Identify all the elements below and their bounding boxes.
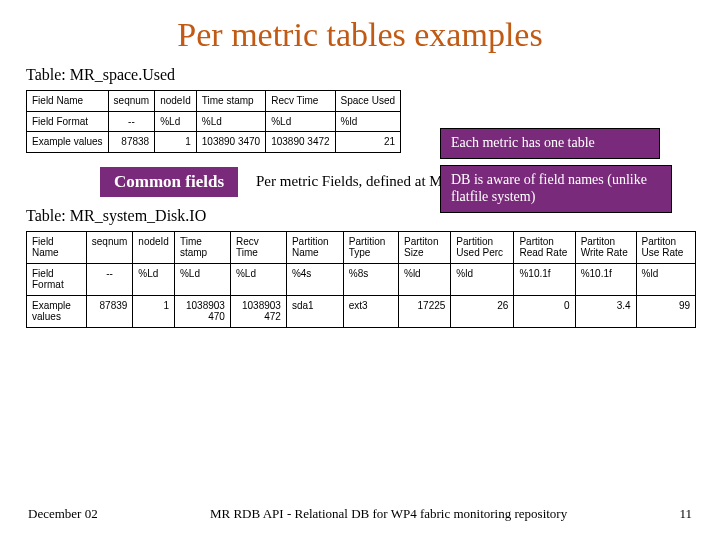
cell: Field Format [27, 111, 109, 132]
cell: %4s [286, 263, 343, 295]
cell: Recv Time [230, 231, 286, 263]
callout-db-aware: DB is aware of field names (unlike flatf… [440, 165, 672, 213]
cell: Partition Used Perc [451, 231, 514, 263]
table2: Field Name seqnum nodeId Time stamp Recv… [26, 231, 696, 328]
cell: 1 [133, 295, 175, 327]
cell: 1038903 472 [230, 295, 286, 327]
cell: 26 [451, 295, 514, 327]
cell: %Ld [196, 111, 265, 132]
cell: nodeId [155, 91, 197, 112]
cell: Field Name [27, 231, 87, 263]
cell: %ld [398, 263, 450, 295]
table-row: Field Format -- %Ld %Ld %Ld %ld [27, 111, 401, 132]
cell: %8s [343, 263, 398, 295]
cell: Example values [27, 295, 87, 327]
cell: %Ld [133, 263, 175, 295]
common-fields-badge: Common fields [100, 167, 238, 197]
cell: 1 [155, 132, 197, 153]
cell: Partition Name [286, 231, 343, 263]
cell: %Ld [266, 111, 335, 132]
cell: sda1 [286, 295, 343, 327]
cell: %Ld [155, 111, 197, 132]
cell: %Ld [230, 263, 286, 295]
cell: Space Used [335, 91, 400, 112]
table-row: Example values 87839 1 1038903 470 10389… [27, 295, 696, 327]
cell: -- [86, 263, 133, 295]
cell: Field Format [27, 263, 87, 295]
cell: 3.4 [575, 295, 636, 327]
cell: 17225 [398, 295, 450, 327]
table-row: Field Format -- %Ld %Ld %Ld %4s %8s %ld … [27, 263, 696, 295]
footer-title: MR RDB API - Relational DB for WP4 fabri… [210, 506, 567, 522]
cell: %ld [636, 263, 695, 295]
cell: seqnum [86, 231, 133, 263]
cell: Partition Type [343, 231, 398, 263]
cell: %10.1f [514, 263, 575, 295]
callout-one-table: Each metric has one table [440, 128, 660, 159]
cell: Example values [27, 132, 109, 153]
cell: Time stamp [196, 91, 265, 112]
footer-date: December 02 [28, 506, 98, 522]
cell: %ld [335, 111, 400, 132]
slide: Per metric tables examples Table: MR_spa… [0, 0, 720, 328]
cell: %ld [451, 263, 514, 295]
cell: 87839 [86, 295, 133, 327]
cell: 0 [514, 295, 575, 327]
cell: -- [108, 111, 155, 132]
cell: 21 [335, 132, 400, 153]
footer: December 02 MR RDB API - Relational DB f… [0, 506, 720, 522]
cell: Partiton Use Rate [636, 231, 695, 263]
slide-title: Per metric tables examples [20, 16, 700, 54]
cell: seqnum [108, 91, 155, 112]
cell: %Ld [174, 263, 230, 295]
table-row: Field Name seqnum nodeId Time stamp Recv… [27, 231, 696, 263]
table-row: Field Name seqnum nodeId Time stamp Recv… [27, 91, 401, 112]
cell: Recv Time [266, 91, 335, 112]
cell: 103890 3472 [266, 132, 335, 153]
cell: Partiton Size [398, 231, 450, 263]
cell: Partiton Read Rate [514, 231, 575, 263]
cell: %10.1f [575, 263, 636, 295]
table1: Field Name seqnum nodeId Time stamp Recv… [26, 90, 401, 153]
cell: Field Name [27, 91, 109, 112]
cell: Time stamp [174, 231, 230, 263]
cell: nodeId [133, 231, 175, 263]
table1-label: Table: MR_space.Used [26, 66, 700, 84]
table-row: Example values 87838 1 103890 3470 10389… [27, 132, 401, 153]
cell: 1038903 470 [174, 295, 230, 327]
cell: 87838 [108, 132, 155, 153]
cell: 99 [636, 295, 695, 327]
footer-page: 11 [679, 506, 692, 522]
cell: 103890 3470 [196, 132, 265, 153]
cell: ext3 [343, 295, 398, 327]
cell: Partiton Write Rate [575, 231, 636, 263]
